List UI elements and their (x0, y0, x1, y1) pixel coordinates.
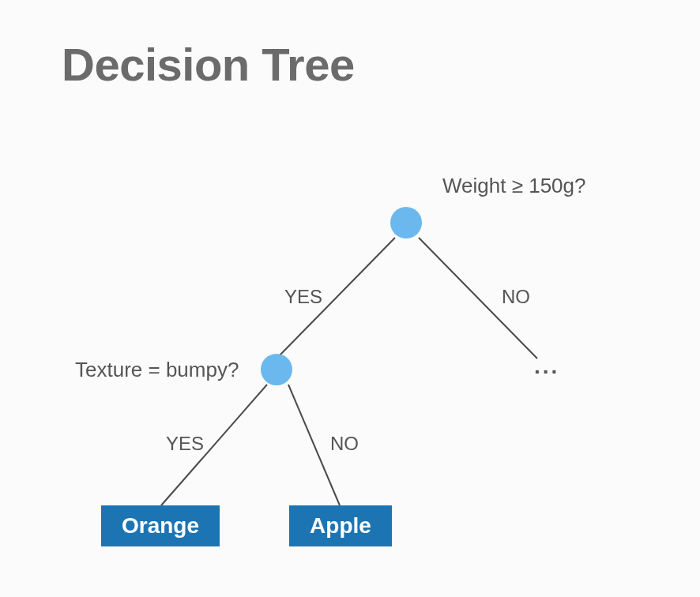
leaf-apple: Apple (289, 505, 392, 546)
root-yes-label: YES (284, 286, 322, 308)
texture-question-label: Texture = bumpy? (75, 358, 239, 382)
texture-no-label: NO (330, 433, 359, 455)
root-question-label: Weight ≥ 150g? (442, 174, 585, 198)
root-node-icon (390, 207, 422, 238)
root-no-label: NO (502, 286, 530, 308)
texture-node-icon (261, 354, 292, 385)
leaf-orange: Orange (101, 505, 220, 546)
texture-yes-label: YES (166, 433, 204, 455)
right-child-placeholder: ... (534, 354, 559, 379)
